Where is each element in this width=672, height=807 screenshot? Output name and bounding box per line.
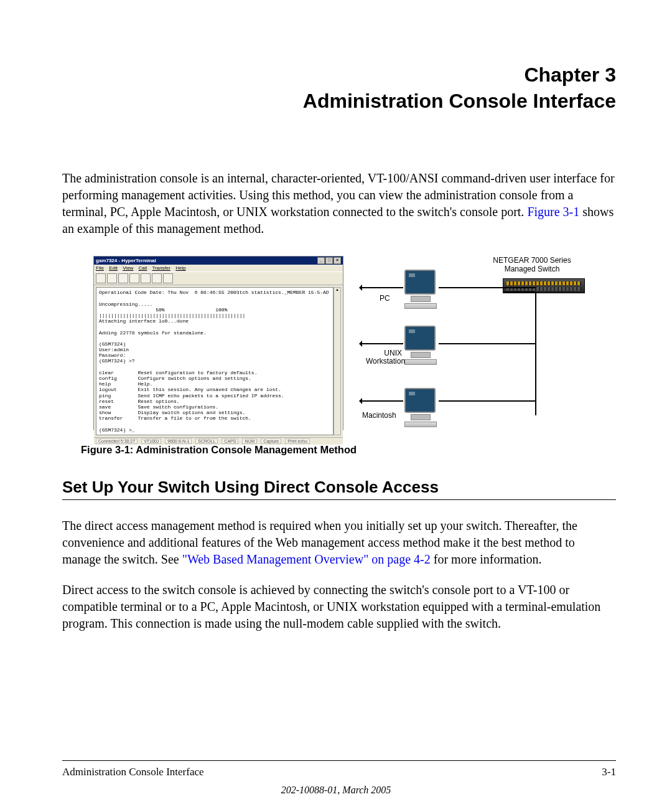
toolbar-button[interactable]: [141, 273, 151, 283]
menu-file[interactable]: File: [96, 265, 104, 271]
hyperterminal-window: gsm7324 - HyperTerminal _ □ × File Edit …: [93, 256, 343, 430]
connection-line: [535, 292, 536, 415]
cross-ref-link[interactable]: "Web Based Management Overview" on page …: [182, 552, 431, 566]
footer-right: 3-1: [602, 766, 616, 778]
chapter-number: Chapter 3: [62, 62, 616, 88]
intro-paragraph: The administration console is an interna…: [62, 170, 616, 237]
close-icon[interactable]: ×: [334, 257, 341, 264]
topology-diagram: NETGEAR 7000 Series Managed Switch PC UN…: [355, 256, 585, 429]
figure-caption: Figure 3-1: Administration Console Manag…: [81, 444, 616, 456]
figure-3-1: gsm7324 - HyperTerminal _ □ × File Edit …: [93, 256, 585, 437]
window-control-icons: _ □ ×: [317, 257, 341, 264]
menu-call[interactable]: Call: [139, 265, 147, 271]
arrow-line: [361, 343, 403, 344]
minimize-icon[interactable]: _: [317, 257, 325, 264]
menu-transfer[interactable]: Transfer: [152, 265, 170, 271]
toolbar-button[interactable]: [129, 273, 139, 283]
statusbar: Connected 5:30:27 VT100J 9600 8-N-1 SCRO…: [94, 437, 343, 445]
arrow-line: [361, 400, 403, 402]
window-titlebar: gsm7324 - HyperTerminal _ □ ×: [94, 257, 343, 265]
status-caps: CAPS: [222, 438, 238, 444]
toolbar-button[interactable]: [107, 273, 117, 283]
unix-label: UNIX Workstation: [366, 349, 402, 366]
toolbar-button[interactable]: [96, 273, 106, 283]
chapter-heading: Chapter 3 Administration Console Interfa…: [62, 62, 616, 114]
unix-icon: [404, 326, 437, 359]
status-num: NUM: [242, 438, 257, 444]
mac-icon: [404, 388, 437, 422]
scrollbar[interactable]: [334, 287, 341, 435]
window-title: gsm7324 - HyperTerminal: [96, 258, 156, 263]
status-conn: Connected 5:30:27: [96, 438, 138, 444]
toolbar-button[interactable]: [163, 273, 173, 283]
figure-ref-link[interactable]: Figure 3-1: [527, 205, 579, 219]
menu-edit[interactable]: Edit: [109, 265, 118, 271]
terminal-output: Operational Code Date: Thu Nov 6 08:46:5…: [96, 287, 334, 435]
connection-line: [504, 291, 535, 293]
connection-line: [439, 400, 536, 402]
pc-label: PC: [380, 295, 390, 303]
page-footer: Administration Console Interface 3-1: [62, 760, 616, 778]
menu-help[interactable]: Help: [175, 265, 185, 271]
toolbar-button[interactable]: [152, 273, 162, 283]
page: Chapter 3 Administration Console Interfa…: [0, 0, 672, 807]
paragraph-1: The direct access management method is r…: [62, 517, 616, 568]
status-baud: 9600 8-N-1: [165, 438, 192, 444]
chapter-title: Administration Console Interface: [62, 88, 616, 115]
footer-docinfo: 202-10088-01, March 2005: [0, 785, 672, 796]
status-scroll: SCROLL: [195, 438, 218, 444]
status-term: VT100J: [141, 438, 161, 444]
toolbar: [94, 271, 343, 285]
switch-label-1: NETGEAR 7000 Series: [485, 256, 579, 265]
status-print: Print echo: [285, 438, 310, 444]
connection-line: [535, 414, 536, 415]
mac-label: Macintosh: [362, 412, 396, 420]
status-capture: Capture: [261, 438, 281, 444]
arrow-line: [361, 287, 403, 288]
connection-line: [439, 343, 536, 344]
menubar: File Edit View Call Transfer Help: [94, 265, 343, 271]
footer-left: Administration Console Interface: [62, 766, 204, 778]
section-heading: Set Up Your Switch Using Direct Console …: [62, 478, 616, 500]
menu-view[interactable]: View: [123, 265, 133, 271]
switch-label-2: Managed Switch: [485, 265, 579, 273]
connection-line: [439, 287, 536, 288]
pc-icon: [404, 270, 437, 303]
toolbar-button[interactable]: [118, 273, 128, 283]
p1-text-b: for more information.: [431, 552, 542, 566]
switch-label: NETGEAR 7000 Series Managed Switch: [485, 256, 579, 273]
paragraph-2: Direct access to the switch console is a…: [62, 582, 616, 632]
maximize-icon[interactable]: □: [325, 257, 333, 264]
